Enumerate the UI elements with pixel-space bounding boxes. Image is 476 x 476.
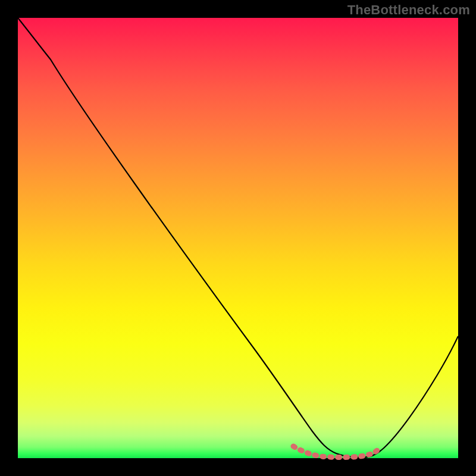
curve-svg xyxy=(18,18,458,458)
chart-frame: TheBottleneck.com xyxy=(0,0,476,476)
optimal-range-marker xyxy=(293,446,378,458)
plot-area xyxy=(18,18,458,458)
watermark-label: TheBottleneck.com xyxy=(347,2,470,18)
bottleneck-curve xyxy=(18,18,458,458)
